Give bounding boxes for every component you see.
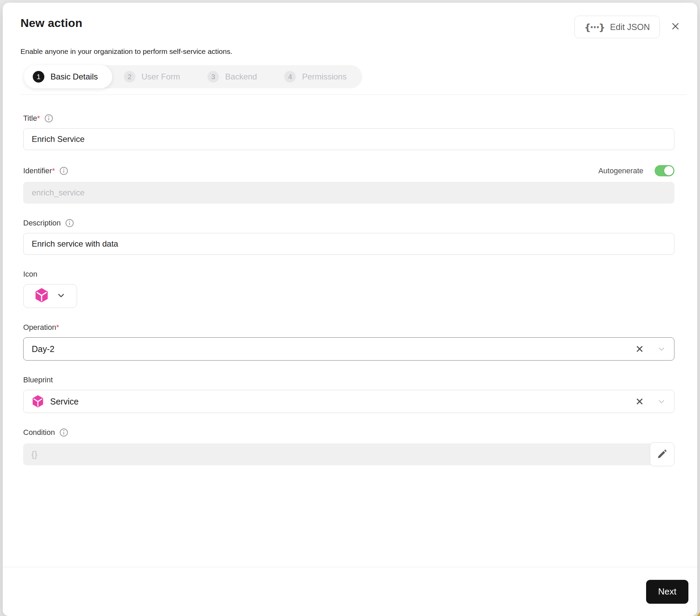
step-label: User Form [141, 72, 180, 81]
dialog-subtitle: Enable anyone in your organization to pe… [21, 47, 687, 55]
blueprint-field-group: Blueprint Service [23, 376, 674, 413]
blueprint-value: Service [50, 397, 78, 406]
background-artifact [697, 612, 700, 616]
step-number-badge: 4 [284, 71, 296, 83]
description-input[interactable] [23, 233, 674, 255]
autogenerate-toggle[interactable] [655, 165, 674, 176]
step-label: Basic Details [50, 72, 98, 81]
step-permissions[interactable]: 4 Permissions [273, 65, 362, 88]
description-field-group: Description [23, 219, 674, 255]
title-input[interactable] [23, 128, 674, 150]
close-icon [670, 21, 681, 33]
clear-icon[interactable] [635, 344, 645, 354]
autogenerate-label: Autogenerate [598, 166, 643, 175]
info-icon [59, 166, 68, 175]
service-cube-icon [32, 395, 44, 408]
info-icon [44, 114, 53, 123]
identifier-field-group: Identifier* Autogenerate [23, 165, 674, 204]
condition-field-group: Condition {} [23, 428, 674, 466]
stepper: 1 Basic Details 2 User Form 3 Backend 4 … [24, 65, 362, 88]
edit-json-label: Edit JSON [610, 22, 650, 32]
operation-select[interactable]: Day-2 [23, 337, 674, 361]
condition-placeholder: {} [32, 449, 37, 460]
service-cube-icon [35, 288, 49, 304]
condition-label: Condition [23, 428, 55, 437]
step-user-form[interactable]: 2 User Form [112, 65, 196, 88]
code-braces-icon: {⋯} [584, 22, 604, 33]
required-asterisk: * [52, 166, 55, 175]
chevron-down-icon[interactable] [657, 397, 666, 406]
new-action-dialog: New action {⋯} Edit JSON Enable anyone i… [3, 3, 697, 616]
info-icon [65, 219, 74, 227]
next-button[interactable]: Next [646, 580, 688, 604]
toggle-knob [664, 166, 673, 175]
operation-label: Operation* [23, 323, 59, 332]
operation-value: Day-2 [32, 344, 54, 354]
identifier-input [23, 182, 674, 204]
edit-condition-button[interactable] [650, 442, 674, 466]
icon-field-group: Icon [23, 270, 674, 308]
pencil-icon [656, 448, 668, 461]
info-icon [59, 428, 68, 437]
step-basic-details[interactable]: 1 Basic Details [24, 65, 112, 88]
step-number-badge: 3 [208, 71, 219, 83]
dialog-footer: Next [3, 567, 697, 616]
operation-field-group: Operation* Day-2 [23, 323, 674, 361]
condition-input: {} [23, 443, 651, 465]
edit-json-button[interactable]: {⋯} Edit JSON [574, 16, 660, 38]
description-label: Description [23, 219, 61, 227]
chevron-down-icon [56, 291, 66, 302]
identifier-label: Identifier* [23, 166, 55, 175]
icon-label: Icon [23, 270, 38, 279]
step-number-badge: 1 [33, 71, 44, 83]
step-backend[interactable]: 3 Backend [196, 65, 273, 88]
chevron-down-icon[interactable] [657, 344, 666, 353]
close-button[interactable] [666, 17, 685, 36]
dialog-header: New action {⋯} Edit JSON Enable anyone i… [3, 3, 697, 95]
basic-details-form: Title* Identifier* Autogenerate [3, 95, 697, 567]
required-asterisk: * [37, 114, 40, 123]
title-label: Title* [23, 114, 40, 123]
step-label: Permissions [302, 72, 347, 81]
page-title: New action [21, 16, 82, 30]
icon-dropdown[interactable] [23, 284, 77, 308]
clear-icon[interactable] [635, 396, 645, 406]
required-asterisk: * [56, 323, 59, 331]
blueprint-label: Blueprint [23, 376, 53, 385]
blueprint-select[interactable]: Service [23, 390, 674, 413]
step-label: Backend [225, 72, 257, 81]
title-field-group: Title* [23, 114, 674, 150]
step-number-badge: 2 [124, 71, 135, 83]
